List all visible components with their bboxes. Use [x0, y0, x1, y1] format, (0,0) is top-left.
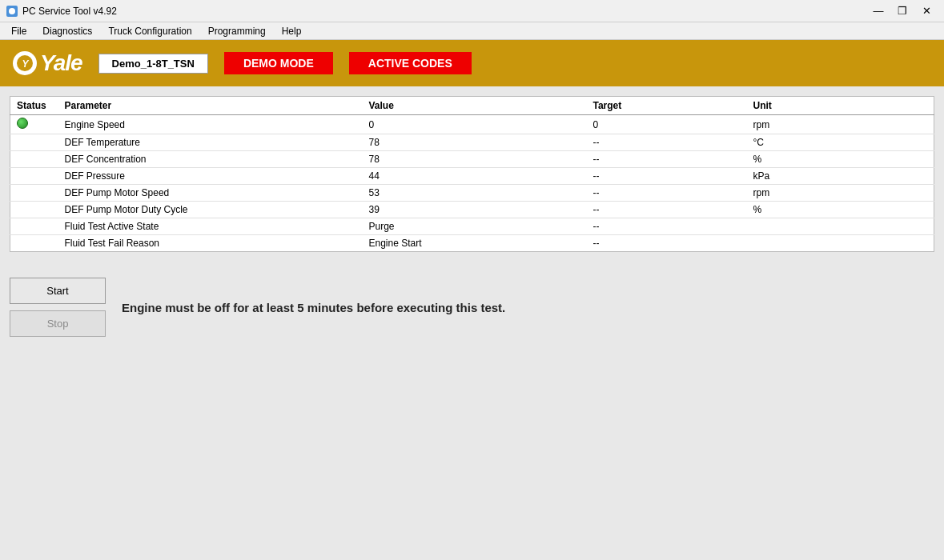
table-row: Fluid Test Fail ReasonEngine Start-- — [10, 235, 934, 252]
unit-cell: % — [747, 202, 934, 218]
main-content: Status Parameter Value Target Unit Engin… — [0, 86, 944, 560]
col-value: Value — [363, 97, 587, 115]
table-row: Engine Speed00rpm — [10, 115, 934, 134]
minimize-button[interactable]: — — [867, 2, 890, 20]
value-cell: 78 — [363, 134, 587, 151]
bottom-section: Start Stop Engine must be off for at lea… — [10, 262, 934, 353]
status-cell — [10, 134, 58, 151]
value-cell: 44 — [363, 168, 587, 185]
target-cell: -- — [587, 235, 747, 252]
unit-cell: rpm — [747, 185, 934, 202]
menu-truck-configuration[interactable]: Truck Configuration — [100, 24, 199, 38]
status-dot-green — [17, 118, 28, 129]
table-row: DEF Pressure44--kPa — [10, 168, 934, 185]
parameter-cell: DEF Pressure — [58, 168, 363, 185]
stop-button[interactable]: Stop — [10, 310, 106, 337]
value-cell: Purge — [363, 218, 587, 235]
value-cell: 39 — [363, 202, 587, 218]
status-cell — [10, 151, 58, 168]
status-cell — [10, 168, 58, 185]
unit-cell: % — [747, 151, 934, 168]
app-icon — [6, 6, 18, 17]
svg-point-0 — [9, 8, 15, 14]
yale-logo: Y Yale — [13, 50, 82, 76]
parameter-cell: Fluid Test Active State — [58, 218, 363, 235]
maximize-button[interactable]: ❐ — [891, 2, 914, 20]
menu-programming[interactable]: Programming — [200, 24, 274, 38]
demo-mode-button[interactable]: DEMO MODE — [224, 52, 333, 74]
value-cell: 78 — [363, 151, 587, 168]
app-title: PC Service Tool v4.92 — [22, 6, 117, 17]
col-target: Target — [587, 97, 747, 115]
target-cell: -- — [587, 168, 747, 185]
parameter-cell: DEF Pump Motor Speed — [58, 185, 363, 202]
status-cell — [10, 202, 58, 218]
target-cell: 0 — [587, 115, 747, 134]
parameter-cell: Engine Speed — [58, 115, 363, 134]
close-button[interactable]: ✕ — [915, 2, 938, 20]
active-codes-button[interactable]: ACTIVE CODES — [349, 52, 472, 74]
unit-cell: kPa — [747, 168, 934, 185]
menu-help[interactable]: Help — [274, 24, 310, 38]
parameter-cell: DEF Temperature — [58, 134, 363, 151]
table-row: DEF Pump Motor Duty Cycle39--% — [10, 202, 934, 218]
window-controls: — ❐ ✕ — [867, 2, 938, 20]
status-cell — [10, 218, 58, 235]
menu-diagnostics[interactable]: Diagnostics — [34, 24, 100, 38]
target-cell: -- — [587, 218, 747, 235]
action-buttons: Start Stop — [10, 278, 106, 337]
yale-logo-text: Yale — [40, 50, 82, 76]
parameter-cell: DEF Concentration — [58, 151, 363, 168]
menu-file[interactable]: File — [3, 24, 34, 38]
table-row: DEF Temperature78--°C — [10, 134, 934, 151]
col-unit: Unit — [747, 97, 934, 115]
col-status: Status — [10, 97, 58, 115]
col-parameter: Parameter — [58, 97, 363, 115]
table-row: DEF Pump Motor Speed53--rpm — [10, 185, 934, 202]
value-cell: 53 — [363, 185, 587, 202]
status-cell — [10, 115, 58, 134]
data-table: Status Parameter Value Target Unit Engin… — [10, 96, 934, 252]
parameter-cell: DEF Pump Motor Duty Cycle — [58, 202, 363, 218]
table-row: Fluid Test Active StatePurge-- — [10, 218, 934, 235]
unit-cell: °C — [747, 134, 934, 151]
demo-name-text: Demo_1-8T_TSN — [112, 58, 195, 70]
demo-name-box: Demo_1-8T_TSN — [98, 54, 208, 74]
header-bar: Y Yale Demo_1-8T_TSN DEMO MODE ACTIVE CO… — [0, 40, 944, 86]
warning-message: Engine must be off for at least 5 minute… — [122, 301, 505, 314]
title-bar: PC Service Tool v4.92 — ❐ ✕ — [0, 0, 944, 22]
target-cell: -- — [587, 151, 747, 168]
target-cell: -- — [587, 185, 747, 202]
value-cell: Engine Start — [363, 235, 587, 252]
unit-cell — [747, 235, 934, 252]
menu-bar: File Diagnostics Truck Configuration Pro… — [0, 22, 944, 40]
unit-cell: rpm — [747, 115, 934, 134]
value-cell: 0 — [363, 115, 587, 134]
target-cell: -- — [587, 202, 747, 218]
status-cell — [10, 235, 58, 252]
target-cell: -- — [587, 134, 747, 151]
table-row: DEF Concentration78--% — [10, 151, 934, 168]
yale-logo-icon: Y — [13, 51, 37, 75]
start-button[interactable]: Start — [10, 278, 106, 304]
unit-cell — [747, 218, 934, 235]
parameter-cell: Fluid Test Fail Reason — [58, 235, 363, 252]
status-cell — [10, 185, 58, 202]
